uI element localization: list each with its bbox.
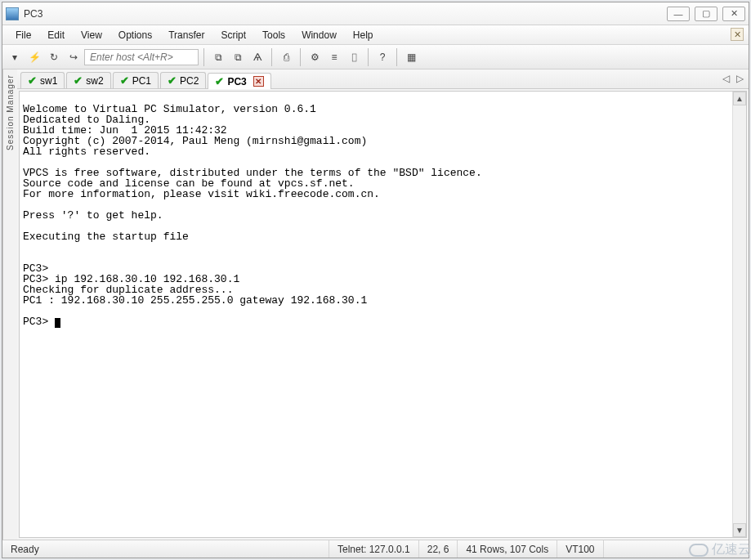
terminal-output[interactable]: Welcome to Virtual PC Simulator, version…	[20, 92, 732, 537]
tab-pc3[interactable]: ✔ PC3 ✕	[208, 73, 270, 89]
scroll-down-icon[interactable]: ▼	[733, 523, 746, 537]
menu-transfer[interactable]: Transfer	[160, 27, 212, 43]
check-icon: ✔	[215, 75, 224, 87]
check-icon: ✔	[120, 74, 129, 87]
disconnect-icon[interactable]: ↪	[65, 48, 83, 66]
app-icon	[6, 7, 19, 20]
find-icon[interactable]: Ѧ	[248, 48, 266, 66]
quick-connect-icon[interactable]: ⚡	[25, 48, 43, 66]
tab-pc1[interactable]: ✔ PC1	[113, 72, 159, 88]
tab-label: sw1	[40, 75, 57, 87]
tab-sw2[interactable]: ✔ sw2	[66, 72, 110, 88]
print-icon[interactable]: ⎙	[277, 48, 295, 66]
menu-options[interactable]: Options	[110, 27, 160, 43]
palette-icon[interactable]: ▦	[402, 48, 420, 66]
menu-help[interactable]: Help	[345, 27, 382, 43]
statusbar: Ready Telnet: 127.0.0.1 22, 6 41 Rows, 1…	[2, 540, 749, 558]
check-icon: ✔	[74, 74, 83, 87]
menubar: File Edit View Options Transfer Script T…	[2, 25, 749, 45]
session-manager-panel-tab[interactable]: Session Manager	[2, 69, 17, 540]
check-icon: ✔	[168, 74, 177, 87]
window-controls: — ▢ ✕	[667, 7, 745, 21]
tab-scroll-left-icon[interactable]: ◁	[722, 73, 730, 84]
scroll-up-icon[interactable]: ▲	[733, 92, 746, 105]
status-ready: Ready	[2, 540, 329, 558]
tab-strip: ✔ sw1 ✔ sw2 ✔ PC1 ✔ PC2 ✔ PC3	[17, 69, 749, 89]
key-map-icon[interactable]: ⌷	[345, 48, 363, 66]
reconnect-icon[interactable]: ↻	[45, 48, 63, 66]
mdi-close-button[interactable]: ✕	[731, 28, 744, 41]
menu-edit[interactable]: Edit	[39, 27, 73, 43]
toolbar: ▾ ⚡ ↻ ↪ ⧉ ⧉ Ѧ ⎙ ⚙ ≡ ⌷ ? ▦	[2, 45, 749, 69]
app-window: PC3 — ▢ ✕ File Edit View Options Transfe…	[2, 2, 749, 558]
help-icon[interactable]: ?	[373, 48, 391, 66]
vertical-scrollbar[interactable]: ▲ ▼	[732, 92, 746, 537]
status-connection: Telnet: 127.0.0.1	[329, 540, 419, 558]
cursor-icon	[55, 318, 60, 328]
terminal-pane: Welcome to Virtual PC Simulator, version…	[19, 91, 747, 538]
status-dimensions: 41 Rows, 107 Cols	[458, 540, 557, 558]
menu-file[interactable]: File	[7, 27, 39, 43]
tab-pc2[interactable]: ✔ PC2	[160, 72, 206, 88]
status-terminal-type: VT100	[557, 540, 603, 558]
menu-tools[interactable]: Tools	[254, 27, 293, 43]
tab-sw1[interactable]: ✔ sw1	[20, 72, 65, 88]
tab-label: sw2	[86, 75, 103, 87]
tab-label: PC1	[132, 75, 151, 87]
host-input[interactable]	[84, 49, 199, 65]
check-icon: ✔	[28, 74, 37, 87]
maximize-button[interactable]: ▢	[695, 7, 717, 21]
close-button[interactable]: ✕	[722, 7, 745, 21]
tab-close-icon[interactable]: ✕	[253, 76, 264, 87]
tab-label: PC3	[227, 76, 246, 87]
titlebar: PC3 — ▢ ✕	[2, 2, 749, 25]
minimize-button[interactable]: —	[667, 7, 690, 21]
tab-scroll-right-icon[interactable]: ▷	[736, 73, 744, 84]
menu-view[interactable]: View	[73, 27, 110, 43]
ruler-icon[interactable]: ≡	[325, 48, 343, 66]
menu-window[interactable]: Window	[293, 27, 345, 43]
session-dropdown-icon[interactable]: ▾	[6, 48, 24, 66]
paste-icon[interactable]: ⧉	[229, 48, 247, 66]
settings-icon[interactable]: ⚙	[306, 48, 324, 66]
window-title: PC3	[24, 8, 42, 20]
tab-label: PC2	[180, 75, 199, 87]
terminal-text: Welcome to Virtual PC Simulator, version…	[23, 103, 482, 328]
copy-icon[interactable]: ⧉	[209, 48, 227, 66]
menu-script[interactable]: Script	[212, 27, 254, 43]
status-cursor-pos: 22, 6	[419, 540, 458, 558]
